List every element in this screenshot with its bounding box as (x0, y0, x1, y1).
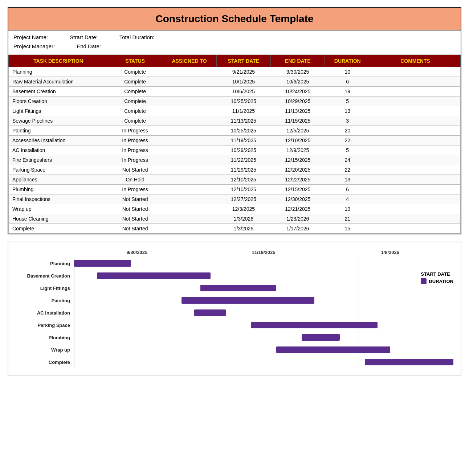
task-end: 9/30/2025 (271, 67, 325, 77)
gantt-chart-area (74, 344, 453, 356)
gantt-grid-line (74, 294, 169, 307)
task-comments (370, 224, 460, 234)
task-start: 12/27/2025 (216, 194, 270, 204)
task-duration: 3 (325, 116, 370, 126)
table-row: Raw Material Accumulation Complete 10/1/… (9, 77, 461, 87)
gantt-task-label: Wrap up (16, 347, 74, 353)
task-end: 10/29/2025 (271, 97, 325, 106)
task-status: Not Started (108, 214, 162, 224)
task-name: Complete (9, 224, 108, 234)
table-row: Appliances On Hold 12/10/2025 12/22/2025… (9, 175, 461, 185)
gantt-grid-line (359, 294, 453, 307)
gantt-grid-line (74, 282, 169, 294)
task-end: 12/15/2025 (271, 185, 325, 194)
gantt-grid-lines (74, 344, 453, 356)
gantt-task-label: AC Installation (16, 310, 74, 316)
gantt-row: Light Fittings (16, 282, 453, 294)
task-assigned (162, 106, 216, 116)
gantt-task-label: Planning (16, 261, 74, 266)
task-name: House Cleaning (9, 214, 108, 224)
task-assigned (162, 77, 216, 87)
page-container: Construction Schedule Template Project N… (8, 7, 461, 376)
table-row: Sewage Pipelines Complete 11/13/2025 11/… (9, 116, 461, 126)
task-start: 12/10/2025 (216, 185, 270, 194)
table-row: Painting In Progress 10/25/2025 12/5/202… (9, 126, 461, 136)
task-name: Wrap up (9, 204, 108, 214)
table-row: Floors Creation Complete 10/25/2025 10/2… (9, 97, 461, 106)
task-assigned (162, 67, 216, 77)
legend-duration-label: DURATION (429, 279, 453, 284)
gantt-chart-area (74, 319, 453, 331)
gantt-bar (74, 260, 131, 267)
gantt-grid-line (264, 257, 359, 270)
task-end: 10/24/2025 (271, 87, 325, 97)
task-end: 12/9/2025 (271, 145, 325, 155)
table-row: Basement Creation Complete 10/6/2025 10/… (9, 87, 461, 97)
legend-start-item: START DATE (421, 271, 453, 277)
task-name: AC Installation (9, 145, 108, 155)
task-duration: 24 (325, 155, 370, 165)
th-start: START DATE (216, 55, 270, 67)
task-start: 10/25/2025 (216, 97, 270, 106)
task-comments (370, 175, 460, 185)
table-row: Planning Complete 9/21/2025 9/30/2025 10 (9, 67, 461, 77)
gantt-x-label: 11/19/2025 (200, 250, 327, 255)
gantt-task-label: Light Fittings (16, 286, 74, 291)
gantt-grid-lines (74, 257, 453, 270)
task-end: 12/30/2025 (271, 194, 325, 204)
task-start: 1/3/2026 (216, 214, 270, 224)
gantt-chart-area (74, 270, 453, 282)
task-duration: 22 (325, 136, 370, 145)
task-end: 11/13/2025 (271, 106, 325, 116)
task-name: Accessories Installation (9, 136, 108, 145)
task-duration: 6 (325, 77, 370, 87)
task-start: 11/29/2025 (216, 165, 270, 175)
gantt-grid-line (359, 331, 453, 344)
task-duration: 22 (325, 165, 370, 175)
task-comments (370, 87, 460, 97)
gantt-task-label: Complete (16, 360, 74, 365)
task-duration: 5 (325, 97, 370, 106)
task-status: Complete (108, 77, 162, 87)
table-row: Fire Extingushers In Progress 11/22/2025… (9, 155, 461, 165)
task-assigned (162, 87, 216, 97)
gantt-row: AC Installation (16, 307, 453, 319)
task-assigned (162, 145, 216, 155)
gantt-grid-line (264, 356, 359, 368)
gantt-row: Basement Creation (16, 270, 453, 282)
table-row: Complete Not Started 1/3/2026 1/17/2026 … (9, 224, 461, 234)
task-assigned (162, 194, 216, 204)
task-comments (370, 116, 460, 126)
legend-duration-item: DURATION (421, 278, 453, 284)
gantt-bar (302, 334, 340, 341)
total-duration-label: Total Duration: (119, 34, 155, 40)
task-status: Complete (108, 97, 162, 106)
gantt-grid-line (74, 307, 169, 319)
task-assigned (162, 224, 216, 234)
gantt-bar (194, 309, 226, 316)
task-name: Raw Material Accumulation (9, 77, 108, 87)
gantt-chart-area (74, 257, 453, 270)
gantt-row: Plumbing (16, 331, 453, 344)
gantt-header: 9/30/202511/19/20251/8/2026 (74, 250, 453, 255)
task-assigned (162, 204, 216, 214)
gantt-inner: 9/30/202511/19/20251/8/2026 PlanningBase… (16, 250, 453, 368)
task-comments (370, 145, 460, 155)
th-comments: COMMENTS (370, 55, 460, 67)
task-comments (370, 204, 460, 214)
task-start: 12/10/2025 (216, 175, 270, 185)
task-status: Complete (108, 67, 162, 77)
th-assigned: ASSIGNED TO (162, 55, 216, 67)
task-duration: 6 (325, 185, 370, 194)
task-status: Not Started (108, 165, 162, 175)
task-comments (370, 185, 460, 194)
gantt-grid-line (264, 270, 359, 282)
gantt-grid-line (74, 319, 169, 331)
task-status: In Progress (108, 126, 162, 136)
task-assigned (162, 126, 216, 136)
gantt-grid-lines (74, 307, 453, 319)
task-name: Appliances (9, 175, 108, 185)
task-name: Sewage Pipelines (9, 116, 108, 126)
th-task: TASK DESCRIPTION (9, 55, 108, 67)
task-comments (370, 106, 460, 116)
